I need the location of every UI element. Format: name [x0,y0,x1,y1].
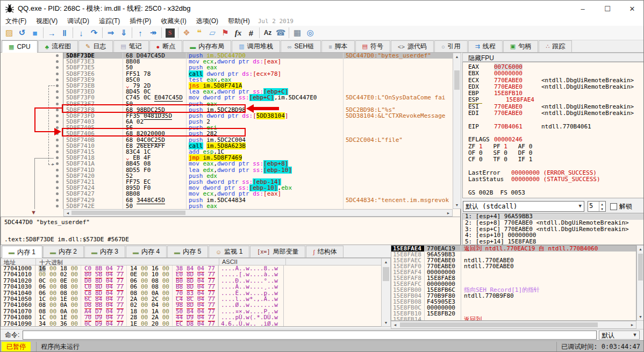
restart-icon[interactable]: ↺ [16,26,28,39]
register-line[interactable] [463,117,644,123]
close-debuggee-icon[interactable]: ■ [28,26,41,39]
tab-断点[interactable]: ●断点 [149,40,183,52]
register-line[interactable] [463,130,644,137]
register-line[interactable] [463,163,644,169]
skip-down-icon[interactable]: ⇓ [117,26,130,39]
calculator-icon[interactable]: ▦ [291,26,304,39]
tab-引用[interactable]: ○引用 [434,40,468,52]
tab-脚本[interactable]: ≡脚本 [321,40,354,52]
unlock-checkbox[interactable]: 解锁 [610,202,632,211]
breakpoint-dot [56,78,59,81]
strings-icon[interactable]: Az [261,26,274,39]
step-over-icon[interactable]: ↷ [88,26,101,39]
menu-item-1[interactable]: 视图(V) [31,17,62,26]
disassembly-rows[interactable]: 5D8F73DE68 D047C45Dpush im.5DC447D05DC44… [1,53,453,209]
stack-vscrollbar[interactable]: ▲ ▼ [636,245,644,321]
dump-tab-局部变量[interactable]: [x=]局部变量 [250,246,305,257]
patches-icon[interactable]: ❖ [180,26,193,39]
register-line[interactable]: EAX007C6000 [463,64,644,70]
dump-row[interactable]: 7704109034 00 36 00 0C D9 04 77 1E 00 20… [1,321,381,327]
scylla-icon[interactable]: S [163,26,176,39]
menu-item-2[interactable]: 调试(D) [62,17,94,26]
disasm-row[interactable]: 5D8F73F0C745 0C E047C45Dmov dword ptr ss… [1,95,453,100]
tab-调用堆栈[interactable]: ▥调用堆栈 [232,40,280,52]
register-line[interactable]: ESP15E8FAE4 [463,97,644,103]
comments-icon[interactable]: ❝ [193,26,206,39]
hide-fpu-button[interactable]: 隐藏FPU [462,53,644,62]
execute-till-return-icon[interactable]: ↑ [134,26,147,39]
register-line[interactable]: ZF 1 PF 1 AF 0 [463,143,644,150]
calling-convention-select[interactable]: 默认 (stdcall) ▼ [463,201,584,212]
tab-icon: ⇉ [475,43,480,50]
tab-符号[interactable]: ▤符号 [355,40,390,52]
menu-item-5[interactable]: 收藏夹(I) [156,17,191,26]
register-line[interactable]: CF 0 TF 0 IF 1 [463,156,644,163]
dump-tab-结构体[interactable]: ∫结构体 [306,246,344,257]
pause-icon[interactable]: ‖ [58,26,71,39]
stack-panel[interactable]: 15E8FAE4770EAC19返回到 ntdll.770EAC19 自 ntd… [391,245,636,321]
tab-笔记[interactable]: ▤笔记 [113,40,148,52]
dump-tab-监视 1[interactable]: ☺监视 1 [209,246,249,257]
register-line[interactable]: LastStatus00000000 (STATUS_SUCCESS) [463,176,644,183]
tab-CPU[interactable]: ▦CPU [2,40,38,53]
step-into-icon[interactable]: ↓ [75,26,88,39]
stack-arguments-list[interactable]: 1: [esp+4] 96A59BB32: [esp+8] 770EABE0 <… [462,213,644,245]
run-icon[interactable]: → [45,26,58,39]
tab-SEH链[interactable]: ∞SEH链 [281,40,321,52]
minimize-button[interactable]: – [570,1,595,17]
command-combo[interactable]: 默认 ▼ [599,331,640,340]
disasm-row[interactable]: 5D8F742E50push eax [1,203,453,209]
dump-vscrollbar[interactable]: ▲ ▼ [381,258,391,327]
attach-thread-icon[interactable]: ↠ [147,26,160,39]
tab-跟踪[interactable]: ∴跟踪 [539,40,572,52]
open-file-icon[interactable]: ▨ [3,26,16,39]
disasm-row[interactable]: 5D8F742968 3448C45Dpush im.5DC448345DC44… [1,197,453,203]
argument-count-stepper[interactable]: 5 ▲▼ [588,201,606,212]
stack-arg-row[interactable]: 2: [esp+8] 770EABE0 <ntdll.DbgUiRemoteBr… [463,220,644,226]
dump-tab-内存 2[interactable]: ▬内存 2 [43,246,84,257]
bookmarks-icon[interactable]: ⚑ [219,26,232,39]
close-button[interactable]: ✕ [620,1,644,17]
register-line[interactable]: GS 002B FS 0053 [463,190,644,196]
register-line[interactable] [463,183,644,189]
register-line[interactable]: EBX00000000 [463,70,644,77]
dump-tab-内存 3[interactable]: ▬内存 3 [84,246,125,257]
menu-item-4[interactable]: 插件(P) [125,17,156,26]
registers-list[interactable]: EAX007C6000EBX00000000ECX770EABE0<ntdll.… [462,62,644,198]
tab-内存布局[interactable]: ▬内存布局 [183,40,231,52]
dump-tab-内存 5[interactable]: ▬内存 5 [167,246,208,257]
call-dll-icon[interactable]: ☎ [274,26,287,39]
menu-item-3[interactable]: 追踪(T) [94,17,125,26]
disassembly-hscrollbar[interactable]: ◄ ► [63,209,453,217]
jump-line-jns-v [48,85,49,164]
stack-row[interactable]: 15E8FB1015E8FB20 [391,311,636,317]
memory-globe-icon[interactable]: ◎ [304,26,317,39]
disassembly-vscrollbar[interactable]: ▲ ▼ [453,53,461,209]
register-line[interactable]: EIP770B4061ntdll.770B4061 [463,124,644,130]
dump-tab-内存 1[interactable]: ▬内存 1 [2,246,42,258]
tab-线程[interactable]: ⇉线程 [468,40,503,52]
command-input[interactable] [23,331,597,340]
dump-tab-内存 4[interactable]: ▬内存 4 [126,246,167,257]
register-line[interactable]: EDI770EABE0<ntdll.DbgUiRemoteBreakin> [463,110,644,117]
register-line[interactable]: EDX770EABE0<ntdll.DbgUiRemoteBreakin> [463,84,644,90]
hex-dump-rows[interactable]: 7704100016 00 18 00 C0 8B 04 77 14 00 16… [1,265,381,327]
hash-icon[interactable]: # [245,26,257,39]
run-to-user-code-icon[interactable]: ⇒ [104,26,117,39]
functions-icon[interactable]: fx [232,26,245,39]
menu-item-7[interactable]: 帮助(H) [223,17,255,26]
register-line[interactable]: EBP15E8FB10 [463,90,644,97]
stack-hscrollbar[interactable]: ◄ ► [391,321,636,329]
stack-row[interactable]: 15E8FB14返回到 [391,317,636,321]
tab-日志[interactable]: ✎日志 [78,40,113,52]
menu-item-0[interactable]: 文件(F) [1,17,31,26]
register-line[interactable]: EFLAGS00000246 [463,137,644,143]
maximize-button[interactable]: ☐ [595,1,620,17]
disasm-comment [344,83,453,89]
labels-icon[interactable]: ▱ [206,26,219,39]
tab-源代码[interactable]: <>源代码 [391,40,434,52]
tab-流程图[interactable]: ♣流程图 [38,40,78,52]
stack-arg-row[interactable]: 5: [esp+14] 15E8FAE8 [463,239,644,245]
tab-句柄[interactable]: ▣句柄 [503,40,538,52]
menu-item-6[interactable]: 选项(O) [191,17,223,26]
